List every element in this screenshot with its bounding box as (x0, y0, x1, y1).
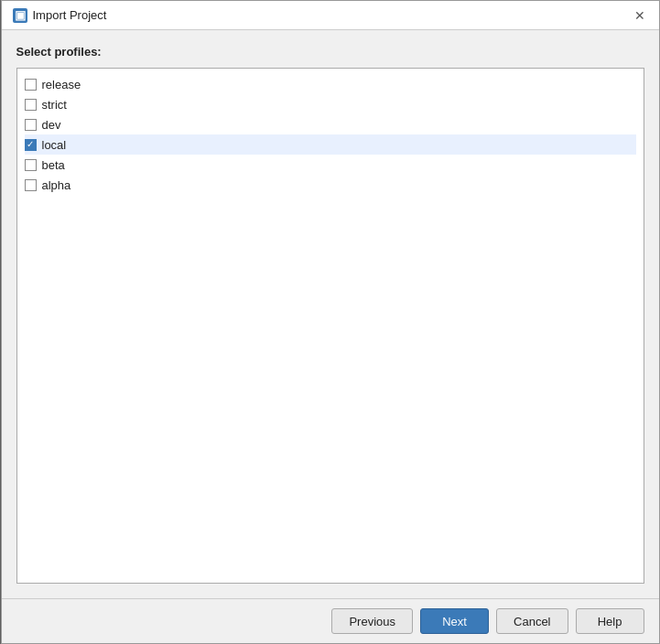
profile-checkbox-dev[interactable] (25, 119, 37, 131)
list-item[interactable]: beta (25, 155, 636, 175)
dialog-icon: ▣ (13, 8, 27, 23)
list-item[interactable]: dev (25, 114, 636, 134)
dialog-footer: Previous Next Cancel Help (2, 598, 659, 643)
dialog-body: Select profiles: releasestrictdevlocalbe… (2, 30, 659, 598)
profile-label-strict: strict (42, 98, 67, 112)
profile-checkbox-alpha[interactable] (25, 179, 37, 191)
list-item[interactable]: release (25, 74, 636, 94)
import-project-dialog: ▣ Import Project ✕ Select profiles: rele… (1, 0, 660, 644)
dialog-title: Import Project (33, 8, 107, 22)
profile-checkbox-strict[interactable] (25, 99, 37, 111)
list-item[interactable]: local (25, 134, 636, 155)
title-bar-left: ▣ Import Project (13, 8, 107, 23)
profiles-list: releasestrictdevlocalbetaalpha (16, 68, 644, 584)
profile-checkbox-beta[interactable] (25, 159, 37, 171)
list-item[interactable]: strict (25, 94, 636, 114)
cancel-button[interactable]: Cancel (496, 608, 568, 634)
help-button[interactable]: Help (576, 608, 644, 634)
profile-label-alpha: alpha (42, 178, 71, 192)
section-label: Select profiles: (16, 45, 644, 59)
profile-checkbox-local[interactable] (25, 139, 37, 151)
profile-label-release: release (42, 78, 81, 91)
title-bar: ▣ Import Project ✕ (2, 1, 659, 30)
profile-label-local: local (42, 138, 67, 152)
list-item[interactable]: alpha (25, 175, 636, 195)
close-button[interactable]: ✕ (632, 7, 648, 24)
previous-button[interactable]: Previous (331, 608, 413, 634)
next-button[interactable]: Next (420, 608, 489, 634)
profile-label-dev: dev (42, 118, 61, 132)
profile-checkbox-release[interactable] (25, 79, 37, 91)
profile-label-beta: beta (42, 158, 65, 172)
